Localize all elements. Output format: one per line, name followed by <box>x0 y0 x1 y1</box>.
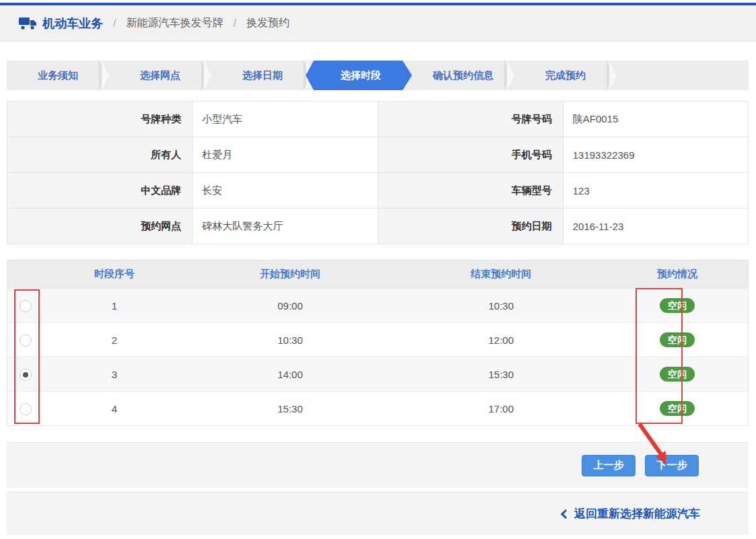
slot-seq: 4 <box>44 392 185 426</box>
slot-row-2[interactable]: 2 10:30 12:00 空闲 <box>7 323 749 357</box>
slot-end: 17:00 <box>396 392 607 426</box>
info-value-date: 2016-11-23 <box>563 209 748 244</box>
slot-radio-3[interactable] <box>20 369 32 381</box>
vehicle-info-table: 号牌种类 小型汽车 号牌号码 陕AF0015 所有人 杜爱月 手机号码 1319… <box>7 101 749 244</box>
slot-row-3[interactable]: 3 14:00 15:30 空闲 <box>7 357 749 392</box>
slot-row-4[interactable]: 4 15:30 17:00 空闲 <box>7 392 749 426</box>
actions-bar: 上一步 下一步 <box>7 442 749 488</box>
back-link[interactable]: 返回重新选择新能源汽车 <box>562 506 700 522</box>
info-label-phone: 手机号码 <box>378 137 563 173</box>
status-badge: 空闲 <box>660 401 695 416</box>
back-bar: 返回重新选择新能源汽车 <box>7 492 749 535</box>
breadcrumb: 机动车业务 / 新能源汽车换发号牌 / 换发预约 <box>0 5 756 42</box>
step-choose-timeslot: 选择时段 <box>306 61 412 90</box>
info-label-plate-no: 号牌号码 <box>378 102 563 137</box>
step-finish-booking: 完成预约 <box>514 61 617 90</box>
breadcrumb-separator: / <box>113 17 116 30</box>
step-choose-site: 选择网点 <box>109 61 211 90</box>
step-confirm-info: 确认预约信息 <box>412 61 514 90</box>
page: 机动车业务 / 新能源汽车换发号牌 / 换发预约 业务须知 选择网点 选择日期 … <box>0 3 756 539</box>
info-row: 号牌种类 小型汽车 号牌号码 陕AF0015 <box>7 102 749 137</box>
step-wizard-filler <box>617 61 749 90</box>
slot-header-start: 开始预约时间 <box>184 260 395 289</box>
status-badge: 空闲 <box>660 367 695 382</box>
info-label-owner: 所有人 <box>7 137 193 173</box>
breadcrumb-separator: / <box>233 17 236 30</box>
info-row: 所有人 杜爱月 手机号码 13193322369 <box>7 137 749 173</box>
info-value-model: 123 <box>563 173 748 209</box>
breadcrumb-item-renewal-booking: 换发预约 <box>246 16 289 30</box>
slot-start: 15:30 <box>184 392 395 426</box>
slot-start: 10:30 <box>184 323 395 357</box>
breadcrumb-item-plate-renewal[interactable]: 新能源汽车换发号牌 <box>126 16 223 30</box>
timeslot-section: 时段序号 开始预约时间 结束预约时间 预约情况 1 09:00 10:30 空闲… <box>7 260 749 426</box>
info-row: 预约网点 碑林大队警务大厅 预约日期 2016-11-23 <box>7 209 749 244</box>
info-value-owner: 杜爱月 <box>193 137 378 173</box>
info-value-site: 碑林大队警务大厅 <box>193 209 378 244</box>
slot-end: 12:00 <box>396 323 607 357</box>
timeslot-table: 时段序号 开始预约时间 结束预约时间 预约情况 1 09:00 10:30 空闲… <box>7 260 749 426</box>
slot-seq: 2 <box>44 323 185 357</box>
slot-seq: 3 <box>44 357 185 392</box>
info-label-plate-type: 号牌种类 <box>7 102 193 137</box>
next-step-button[interactable]: 下一步 <box>645 455 699 476</box>
info-label-brand: 中文品牌 <box>7 173 193 209</box>
slot-end: 15:30 <box>396 357 607 392</box>
slot-radio-2[interactable] <box>20 334 32 347</box>
info-label-model: 车辆型号 <box>378 173 563 209</box>
step-wizard: 业务须知 选择网点 选择日期 选择时段 确认预约信息 完成预约 <box>7 61 749 90</box>
info-label-date: 预约日期 <box>378 209 563 244</box>
step-choose-date: 选择日期 <box>211 61 314 90</box>
info-value-brand: 长安 <box>193 173 378 209</box>
slot-seq: 1 <box>44 289 185 323</box>
status-badge: 空闲 <box>660 298 695 313</box>
slot-start: 14:00 <box>184 357 395 392</box>
info-row: 中文品牌 长安 车辆型号 123 <box>7 173 749 209</box>
info-value-plate-type: 小型汽车 <box>193 102 378 137</box>
breadcrumb-root[interactable]: 机动车业务 <box>42 15 103 32</box>
status-badge: 空闲 <box>660 332 695 347</box>
step-business-notice: 业务须知 <box>7 61 109 90</box>
info-value-plate-no: 陕AF0015 <box>563 102 748 137</box>
back-link-label: 返回重新选择新能源汽车 <box>574 506 700 522</box>
prev-step-button[interactable]: 上一步 <box>582 455 635 476</box>
info-value-phone: 13193322369 <box>563 137 748 173</box>
slot-end: 10:30 <box>396 289 607 323</box>
truck-icon <box>19 17 36 30</box>
slot-radio-1[interactable] <box>20 300 32 312</box>
slot-header-status: 预约情况 <box>607 260 749 289</box>
slot-header-end: 结束预约时间 <box>396 260 607 289</box>
slot-header-seq: 时段序号 <box>44 260 185 289</box>
slot-radio-4[interactable] <box>20 403 32 415</box>
slot-header-select <box>7 260 44 289</box>
slot-start: 09:00 <box>184 289 395 323</box>
chevron-left-icon <box>561 509 570 519</box>
slot-row-1[interactable]: 1 09:00 10:30 空闲 <box>7 289 749 323</box>
info-label-site: 预约网点 <box>7 209 193 244</box>
